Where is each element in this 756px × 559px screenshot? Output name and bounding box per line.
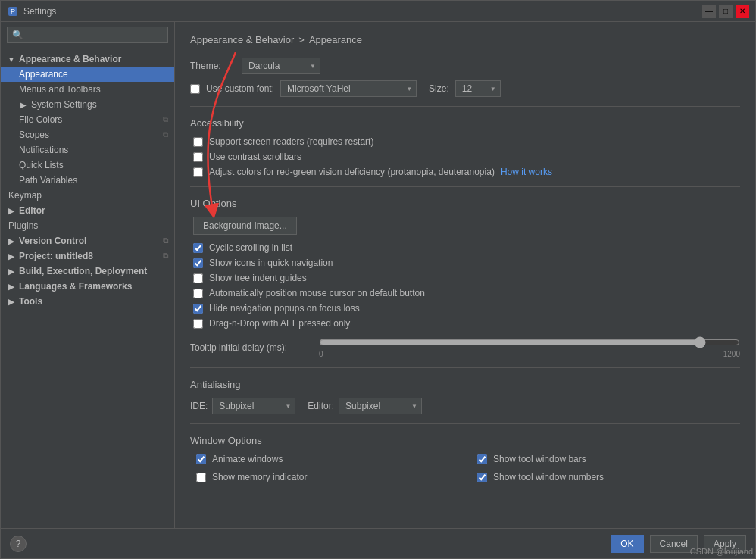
breadcrumb: Appearance & Behavior > Appearance: [190, 34, 740, 45]
divider1: [190, 106, 740, 107]
how-it-works-link[interactable]: How it works: [501, 167, 552, 177]
expand-arrow: ▶: [7, 206, 16, 215]
sidebar-item-appearance-behavior[interactable]: ▼ Appearance & Behavior: [1, 52, 174, 67]
minimize-button[interactable]: —: [702, 5, 716, 18]
auto-position-mouse-checkbox[interactable]: [193, 289, 203, 298]
breadcrumb-part1: Appearance & Behavior: [190, 34, 294, 45]
main-panel: Appearance & Behavior > Appearance Theme…: [175, 22, 755, 528]
antialiasing-row: IDE: Subpixel Greyscale None Editor:: [190, 398, 740, 414]
sidebar-item-file-colors[interactable]: File Colors ⧉: [1, 112, 174, 127]
search-input[interactable]: [7, 27, 168, 43]
hide-nav-popups-checkbox[interactable]: [193, 304, 203, 314]
theme-label: Theme:: [190, 61, 236, 71]
sidebar-item-quick-lists[interactable]: Quick Lists: [1, 158, 174, 173]
show-tool-window-numbers-row: Show tool window numbers: [474, 472, 740, 482]
sidebar-item-scopes[interactable]: Scopes ⧉: [1, 127, 174, 142]
custom-font-label: Use custom font:: [206, 83, 274, 94]
sidebar-tree: ▼ Appearance & Behavior Appearance Menus…: [1, 48, 174, 528]
color-adjust-row: Adjust colors for red-green vision defic…: [190, 167, 740, 177]
slider-min: 0: [319, 350, 323, 358]
sidebar-group-label: Editor: [19, 205, 45, 216]
tooltip-slider-row: Tooltip initial delay (ms): 0 1200: [190, 336, 740, 358]
editor-anti-dropdown[interactable]: Subpixel Greyscale None: [339, 398, 422, 414]
divider4: [190, 423, 740, 424]
sidebar-item-project[interactable]: ▶ Project: untitled8 ⧉: [1, 248, 174, 264]
tooltip-label: Tooltip initial delay (ms):: [190, 342, 311, 353]
animate-windows-checkbox[interactable]: [196, 454, 206, 464]
help-button[interactable]: ?: [10, 536, 27, 552]
background-image-button[interactable]: Background Image...: [193, 217, 297, 235]
sidebar-item-label: Menus and Toolbars: [19, 84, 101, 95]
screen-readers-checkbox[interactable]: [193, 137, 203, 147]
copy-icon: ⧉: [163, 251, 168, 261]
show-tool-window-numbers-label: Show tool window numbers: [493, 472, 604, 482]
title-bar: P Settings — □ ✕: [1, 1, 755, 22]
close-button[interactable]: ✕: [736, 5, 749, 18]
sidebar-item-build[interactable]: ▶ Build, Execution, Deployment: [1, 264, 174, 279]
expand-arrow: ▶: [19, 100, 28, 109]
expand-arrow: ▼: [7, 55, 16, 64]
divider3: [190, 367, 740, 368]
show-tool-window-bars-checkbox[interactable]: [477, 454, 487, 464]
maximize-button[interactable]: □: [719, 5, 733, 18]
copy-icon: ⧉: [163, 236, 168, 245]
sidebar-item-appearance[interactable]: Appearance: [1, 67, 174, 82]
window-title: Settings: [23, 6, 702, 17]
font-dropdown-wrapper: Microsoft YaHei: [280, 80, 417, 97]
drag-n-drop-checkbox[interactable]: [193, 319, 203, 329]
sidebar-item-plugins[interactable]: Plugins: [1, 218, 174, 233]
divider2: [190, 186, 740, 187]
sidebar-item-version-control[interactable]: ▶ Version Control ⧉: [1, 233, 174, 248]
app-icon: P: [7, 5, 19, 17]
sidebar-item-menus-toolbars[interactable]: Menus and Toolbars: [1, 82, 174, 97]
sidebar-item-path-variables[interactable]: Path Variables: [1, 173, 174, 188]
custom-font-row: Use custom font: Microsoft YaHei Size: 1…: [190, 80, 740, 97]
ide-anti-label: IDE:: [190, 401, 208, 411]
cyclic-scrolling-row: Cyclic scrolling in list: [190, 242, 740, 253]
sidebar-item-languages[interactable]: ▶ Languages & Frameworks: [1, 279, 174, 294]
show-tool-window-bars-label: Show tool window bars: [493, 454, 586, 464]
ide-anti-group: IDE: Subpixel Greyscale None: [190, 398, 295, 414]
content-area: Appearance & Behavior > Appearance Theme…: [175, 22, 755, 528]
sidebar-item-label: System Settings: [31, 99, 97, 110]
background-image-wrapper: Background Image...: [190, 217, 740, 235]
expand-arrow: ▶: [7, 267, 16, 276]
expand-arrow: ▶: [7, 251, 16, 261]
show-tool-window-bars-row: Show tool window bars: [474, 454, 740, 464]
sidebar-item-editor[interactable]: ▶ Editor: [1, 203, 174, 218]
custom-font-checkbox[interactable]: [190, 84, 200, 94]
font-dropdown[interactable]: Microsoft YaHei: [280, 80, 417, 97]
sidebar-item-label: Quick Lists: [19, 160, 64, 170]
ide-anti-dropdown[interactable]: Subpixel Greyscale None: [212, 398, 295, 414]
sidebar-group-label: Version Control: [19, 236, 86, 246]
contrast-scrollbars-checkbox[interactable]: [193, 152, 203, 162]
show-icons-quick-checkbox[interactable]: [193, 258, 203, 268]
sidebar-group-label: Build, Execution, Deployment: [19, 266, 147, 276]
theme-dropdown[interactable]: Darcula IntelliJ Windows High Contrast: [242, 58, 320, 74]
color-adjust-checkbox[interactable]: [193, 167, 203, 177]
ok-button[interactable]: OK: [611, 535, 643, 553]
sidebar-item-keymap[interactable]: Keymap: [1, 188, 174, 203]
sidebar-item-tools[interactable]: ▶ Tools: [1, 294, 174, 309]
size-dropdown[interactable]: 12 10 11 13 14: [455, 80, 501, 97]
editor-anti-dropdown-wrapper: Subpixel Greyscale None: [339, 398, 422, 414]
animate-windows-label: Animate windows: [212, 454, 283, 464]
cyclic-scrolling-checkbox[interactable]: [193, 243, 203, 253]
expand-arrow: ▶: [7, 282, 16, 291]
sidebar-item-notifications[interactable]: Notifications: [1, 142, 174, 158]
show-memory-indicator-checkbox[interactable]: [196, 473, 206, 482]
editor-anti-label: Editor:: [308, 401, 334, 411]
ide-anti-dropdown-wrapper: Subpixel Greyscale None: [212, 398, 295, 414]
tooltip-slider[interactable]: [319, 336, 740, 348]
show-tool-window-numbers-checkbox[interactable]: [477, 473, 487, 482]
sidebar-group-label: Appearance & Behavior: [19, 54, 121, 64]
sidebar-item-label: Keymap: [8, 190, 42, 201]
copy-icon: ⧉: [163, 130, 168, 139]
show-tree-indent-checkbox[interactable]: [193, 273, 203, 283]
size-dropdown-wrapper: 12 10 11 13 14: [455, 80, 501, 97]
search-box: [1, 22, 174, 48]
sidebar-item-system-settings[interactable]: ▶ System Settings: [1, 97, 174, 112]
editor-anti-group: Editor: Subpixel Greyscale None: [308, 398, 422, 414]
window-options-title: Window Options: [190, 435, 740, 446]
sidebar-item-label: Plugins: [8, 220, 38, 231]
